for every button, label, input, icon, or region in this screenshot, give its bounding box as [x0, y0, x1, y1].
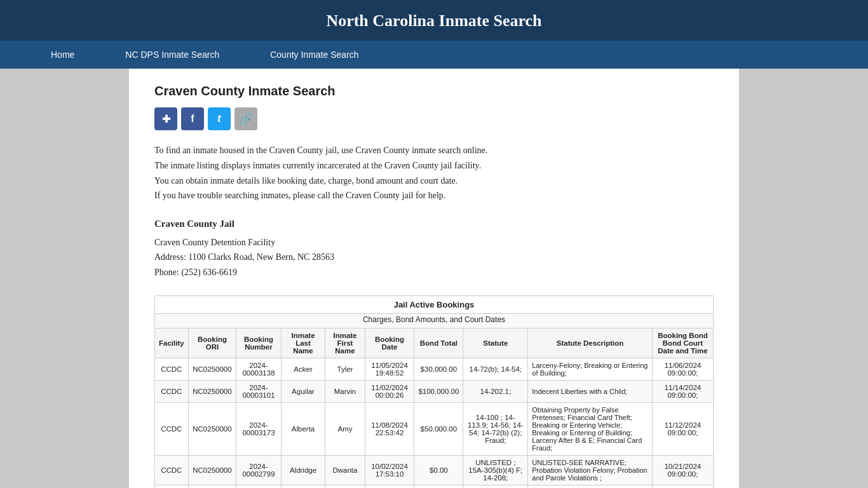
cell-booking-date: 11/08/2024 22:53:42 — [365, 403, 414, 456]
cell-description: Indecent Liberties with a Child; — [528, 381, 653, 403]
jail-info-block: Craven County Jail Craven County Detenti… — [154, 216, 714, 280]
cell-first-name: Amy — [325, 403, 365, 456]
desc-line-2: The inmate listing displays inmates curr… — [154, 158, 714, 173]
jail-phone: Phone: (252) 636-6619 — [154, 265, 714, 280]
col-statute-description: Statute Description — [528, 329, 653, 358]
cell-first-name: Tyler — [325, 358, 365, 381]
cell-booking-number: 2024-00002978 — [236, 485, 281, 488]
cell-first-name: Donald — [325, 485, 365, 488]
table-sub-title: Charges, Bond Amounts, and Court Dates — [155, 314, 714, 329]
cell-description: Larceny-Felony; Breaking or Entering of … — [528, 358, 653, 381]
col-ori: Booking ORI — [188, 329, 236, 358]
cell-booking-date: 11/02/2024 00:00:26 — [365, 381, 414, 403]
copy-link-button[interactable]: 🔗 — [234, 107, 257, 130]
main-nav: Home NC DPS Inmate Search County Inmate … — [0, 41, 868, 69]
desc-line-4: If you have trouble searching inmates, p… — [154, 188, 714, 203]
cell-ori: NC0250000 — [188, 358, 236, 381]
nav-county[interactable]: County Inmate Search — [245, 41, 384, 69]
cell-facility: CCDC — [155, 485, 189, 488]
cell-booking-number: 2024-00003138 — [236, 358, 281, 381]
cell-facility: CCDC — [155, 381, 189, 403]
cell-booking-date: 10/02/2024 17:53:10 — [365, 456, 414, 485]
cell-bond-total: $50,000.00 — [414, 403, 463, 456]
cell-last-name: Aguilar — [281, 381, 325, 403]
page-title: Craven County Inmate Search — [154, 84, 714, 98]
cell-booking-date: 10/22/2024 14:28:56 — [365, 485, 414, 488]
cell-description: Fail to report change of address-sex off… — [528, 485, 653, 488]
cell-court-date — [652, 485, 713, 488]
cell-ori: NC0250000 — [188, 403, 236, 456]
cell-last-name: Alberta — [281, 403, 325, 456]
table-row: CCDCNC02500002024-00002978AmbroseDonald1… — [155, 485, 714, 488]
bookings-table-section: Jail Active Bookings Charges, Bond Amoun… — [154, 295, 714, 488]
cell-ori: NC0250000 — [188, 485, 236, 488]
cell-bond-total: $0.00 — [414, 456, 463, 485]
cell-first-name: Dwanta — [325, 456, 365, 485]
cell-description: Obtaining Property by False Pretenses; F… — [528, 403, 653, 456]
description-block: To find an inmate housed in the Craven C… — [154, 143, 714, 203]
main-content: Craven County Inmate Search ✚ f t 🔗 To f… — [129, 69, 739, 488]
col-last-name: Inmate Last Name — [281, 329, 325, 358]
bookings-table: Jail Active Bookings Charges, Bond Amoun… — [154, 295, 714, 488]
cell-court-date: 10/21/2024 09:00:00; — [652, 456, 713, 485]
col-statute: Statute — [463, 329, 528, 358]
col-first-name: Inmate First Name — [325, 329, 365, 358]
share-button[interactable]: ✚ — [154, 107, 177, 130]
nav-nc-dps[interactable]: NC DPS Inmate Search — [100, 41, 245, 69]
cell-court-date: 11/14/2024 09:00:00; — [652, 381, 713, 403]
table-row: CCDCNC02500002024-00003173AlbertaAmy11/0… — [155, 403, 714, 456]
cell-last-name: Ambrose — [281, 485, 325, 488]
col-court-date: Booking Bond Bond Court Date and Time — [652, 329, 713, 358]
cell-facility: CCDC — [155, 403, 189, 456]
desc-line-1: To find an inmate housed in the Craven C… — [154, 143, 714, 158]
cell-first-name: Marvin — [325, 381, 365, 403]
cell-facility: CCDC — [155, 358, 189, 381]
jail-address: Address: 1100 Clarks Road, New Bern, NC … — [154, 250, 714, 265]
cell-bond-total: $0.00 — [414, 485, 463, 488]
cell-booking-number: 2024-00003101 — [236, 381, 281, 403]
jail-name: Craven County Detention Facility — [154, 235, 714, 250]
cell-statute: UNLISTED ; 15A-305(b)(4) F; 14-208; — [463, 456, 528, 485]
desc-line-3: You can obtain inmate details like booki… — [154, 173, 714, 189]
share-icons-row: ✚ f t 🔗 — [154, 107, 714, 130]
cell-ori: NC0250000 — [188, 456, 236, 485]
cell-facility: CCDC — [155, 456, 189, 485]
cell-statute: 14-208.11(A)(2); — [463, 485, 528, 488]
cell-last-name: Acker — [281, 358, 325, 381]
table-row: CCDCNC02500002024-00003101AguilarMarvin1… — [155, 381, 714, 403]
twitter-share-button[interactable]: t — [208, 107, 231, 130]
table-row: CCDCNC02500002024-00003138AckerTyler11/0… — [155, 358, 714, 381]
cell-booking-number: 2024-00002799 — [236, 456, 281, 485]
cell-statute: 14-202.1; — [463, 381, 528, 403]
cell-last-name: Aldridge — [281, 456, 325, 485]
cell-court-date: 11/06/2024 09:00:00; — [652, 358, 713, 381]
cell-statute: 14-72(b); 14-54; — [463, 358, 528, 381]
cell-booking-number: 2024-00003173 — [236, 403, 281, 456]
table-row: CCDCNC02500002024-00002799AldridgeDwanta… — [155, 456, 714, 485]
cell-ori: NC0250000 — [188, 381, 236, 403]
site-header: North Carolina Inmate Search — [0, 0, 868, 41]
col-facility: Facility — [155, 329, 189, 358]
cell-bond-total: $30,000.00 — [414, 358, 463, 381]
cell-bond-total: $100,000.00 — [414, 381, 463, 403]
col-booking-date: Booking Date — [365, 329, 414, 358]
col-bond-total: Bond Total — [414, 329, 463, 358]
jail-title: Craven County Jail — [154, 216, 714, 233]
cell-court-date: 11/12/2024 09:00:00; — [652, 403, 713, 456]
cell-description: UNLISTED-SEE NARRATIVE; Probation Violat… — [528, 456, 653, 485]
site-title: North Carolina Inmate Search — [0, 11, 868, 30]
col-booking-number: Booking Number — [236, 329, 281, 358]
table-main-title: Jail Active Bookings — [155, 296, 714, 314]
cell-booking-date: 11/05/2024 19:48:52 — [365, 358, 414, 381]
facebook-share-button[interactable]: f — [181, 107, 204, 130]
nav-home[interactable]: Home — [25, 41, 100, 69]
cell-statute: 14-100 ; 14-113.9; 14-56; 14-54; 14-72(b… — [463, 403, 528, 456]
